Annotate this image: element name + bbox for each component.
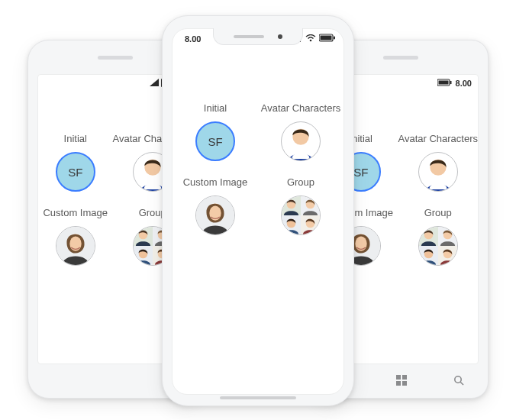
avatar-initials-text: SF	[353, 166, 368, 179]
cartoon-person-icon	[282, 122, 320, 160]
cell-initial: Initial SF	[56, 133, 95, 192]
group-grid	[419, 227, 457, 265]
label-custom-image: Custom Image	[43, 207, 108, 218]
group-member-2-icon	[301, 196, 320, 215]
cell-avatar-char: Avatar Characters	[398, 133, 478, 192]
svg-rect-21	[438, 81, 448, 85]
status-time: 8.00	[185, 34, 201, 44]
iphone-frame: 8.00 Initial SF	[162, 15, 354, 406]
speaker-slot	[383, 56, 418, 60]
front-camera-icon	[278, 34, 282, 39]
earpiece-icon	[234, 35, 264, 38]
svg-rect-37	[396, 375, 401, 380]
battery-icon	[437, 79, 453, 88]
wifi-icon	[305, 34, 316, 44]
avatar-group[interactable]	[281, 195, 321, 235]
group-member-1-icon	[282, 196, 301, 215]
group-member-3-icon	[134, 246, 153, 265]
notch	[213, 28, 303, 45]
avatar-initials-text: SF	[68, 166, 82, 179]
signal-icon	[150, 79, 159, 88]
avatar-photo[interactable]	[56, 226, 95, 266]
svg-rect-49	[321, 36, 332, 40]
label-group: Group	[424, 207, 452, 218]
avatar-grid: Initial SF Avatar Characters Custom Imag…	[173, 102, 343, 235]
group-member-2-icon	[438, 227, 457, 246]
label-custom-image: Custom Image	[183, 176, 248, 188]
woman-photo-icon	[196, 196, 234, 234]
home-indicator[interactable]	[220, 396, 296, 399]
avatar-initials[interactable]: SF	[56, 152, 95, 192]
cell-group: Group	[281, 176, 321, 235]
label-initial: Initial	[204, 102, 227, 114]
cell-initial: Initial SF	[195, 102, 235, 161]
svg-point-41	[455, 376, 461, 382]
svg-rect-40	[402, 381, 407, 386]
cell-custom-image: Custom Image	[183, 176, 248, 235]
group-member-3-icon	[282, 215, 301, 234]
avatar-initials-text: SF	[208, 135, 222, 148]
cell-custom-image: Custom Image	[43, 207, 108, 266]
avatar-group[interactable]	[418, 226, 458, 266]
label-avatar-characters: Avatar Characters	[261, 102, 341, 114]
avatar-character[interactable]	[418, 152, 458, 192]
woman-photo-icon	[56, 227, 95, 265]
windows-icon[interactable]	[396, 375, 407, 388]
battery-icon	[319, 34, 336, 44]
cell-avatar-char: Avatar Characters	[261, 102, 341, 161]
avatar-photo[interactable]	[195, 195, 235, 235]
group-member-3-icon	[419, 246, 438, 265]
group-member-4-icon	[438, 246, 457, 265]
cell-group: Group	[418, 207, 458, 266]
group-member-1-icon	[134, 227, 153, 246]
svg-rect-22	[450, 81, 451, 84]
label-group: Group	[287, 176, 314, 188]
label-initial: Initial	[64, 133, 87, 144]
speaker-slot	[98, 56, 133, 60]
svg-rect-50	[334, 37, 335, 40]
svg-line-42	[461, 382, 464, 385]
avatar-initials[interactable]: SF	[195, 121, 235, 161]
device-showcase: 8.00 Initial SF Avatar Characters	[0, 0, 516, 420]
svg-rect-38	[402, 375, 407, 380]
status-time: 8.00	[456, 79, 472, 88]
avatar-character[interactable]	[281, 121, 321, 161]
cartoon-person-icon	[419, 153, 457, 191]
search-icon[interactable]	[453, 375, 464, 388]
svg-point-47	[310, 39, 312, 41]
group-member-4-icon	[301, 215, 320, 234]
group-grid	[282, 196, 320, 234]
label-avatar-characters: Avatar Characters	[398, 133, 478, 144]
group-member-1-icon	[419, 227, 438, 246]
svg-rect-39	[396, 381, 401, 386]
iphone-screen: 8.00 Initial SF	[172, 28, 344, 395]
